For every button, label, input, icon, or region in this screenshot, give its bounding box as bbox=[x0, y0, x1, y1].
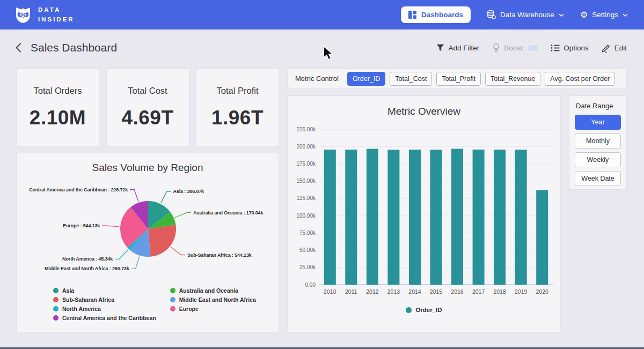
legend-label: Asia bbox=[62, 287, 74, 294]
kpi-value: 1.96T bbox=[211, 107, 264, 129]
x-category-label: 2012 bbox=[366, 288, 379, 295]
bar-legend-item-order-id[interactable]: Order_ID bbox=[406, 307, 442, 313]
y-tick-label: 75.00k bbox=[299, 230, 316, 236]
y-tick-label: 225.00k bbox=[296, 127, 316, 132]
pie-legend-item-asia[interactable]: Asia bbox=[53, 287, 156, 294]
x-category-label: 2019 bbox=[515, 288, 528, 295]
legend-label: Sub-Saharan Africa bbox=[62, 296, 114, 303]
kpi-card-total-orders: Total Orders2.10M bbox=[16, 68, 99, 146]
pie-chart-card: Sales Volume by Region Asia : 306.07kAus… bbox=[16, 153, 279, 332]
pie-legend-item-middle-east-and-north-africa[interactable]: Middle East and North Africa bbox=[170, 296, 256, 303]
options-list-icon bbox=[551, 44, 560, 52]
x-category-label: 2017 bbox=[472, 288, 485, 295]
kpi-label: Total Profit bbox=[217, 86, 259, 96]
bar-legend: Order_ID bbox=[288, 307, 560, 313]
metric-control-label: Metric Control bbox=[295, 75, 339, 83]
bar-chart-card: Metric Overview 0.0025.00k50.00k75.00k10… bbox=[287, 95, 561, 332]
boost-toggle[interactable]: Boost: Off bbox=[492, 43, 538, 52]
date-range-panel: Date Range YearMonthlyWeeklyWeek Date bbox=[569, 95, 627, 190]
metric-chip-total-revenue[interactable]: Total_Revenue bbox=[485, 72, 540, 86]
pie-legend-item-sub-saharan-africa[interactable]: Sub-Saharan Africa bbox=[53, 296, 156, 303]
pie-legend-item-central-america-and-the-caribbean[interactable]: Central America and the Caribbean bbox=[53, 315, 156, 321]
options-button[interactable]: Options bbox=[551, 44, 589, 52]
metric-control-bar: Metric Control Order_IDTotal_CostTotal_P… bbox=[287, 68, 627, 89]
bar-2010[interactable] bbox=[324, 150, 336, 285]
kpi-label: Total Orders bbox=[34, 86, 82, 96]
kpi-value: 4.69T bbox=[121, 107, 173, 129]
add-filter-button[interactable]: Add Filter bbox=[436, 44, 479, 52]
dashboards-grid-icon bbox=[408, 11, 416, 19]
pie-callout-australia-and-oceania: Australia and Oceania : 170.04k bbox=[193, 210, 264, 216]
pie-callout-sub-saharan-africa: Sub-Saharan Africa : 544.13k bbox=[187, 253, 252, 258]
pie-legend-item-north-america[interactable]: North America bbox=[53, 306, 156, 312]
kpi-value: 2.10M bbox=[30, 107, 86, 129]
bar-2016[interactable] bbox=[451, 149, 463, 285]
y-tick-label: 25.00k bbox=[299, 264, 316, 270]
date-range-label: Date Range bbox=[576, 102, 621, 110]
x-category-label: 2011 bbox=[345, 288, 357, 295]
bar-2012[interactable] bbox=[367, 149, 378, 285]
metric-chip-avg-cost-per-order[interactable]: Avg. Cost per Order bbox=[545, 72, 615, 86]
bar-2013[interactable] bbox=[387, 150, 399, 285]
pie-callout-line bbox=[171, 247, 185, 255]
legend-dot-icon bbox=[53, 288, 58, 293]
pie-legend: AsiaSub-Saharan AfricaNorth AmericaCentr… bbox=[53, 287, 279, 321]
x-category-label: 2014 bbox=[408, 288, 421, 295]
back-button[interactable] bbox=[15, 43, 22, 53]
brand-name: DATA INSIDER bbox=[38, 5, 75, 24]
y-tick-label: 0.00 bbox=[305, 282, 316, 288]
pie-legend-item-australia-and-oceania[interactable]: Australia and Oceania bbox=[170, 287, 256, 294]
x-category-label: 2020 bbox=[536, 288, 549, 295]
pie-callout-middle-east-and-north-africa: Middle East and North Africa : 260.73k bbox=[45, 266, 130, 271]
date-range-year[interactable]: Year bbox=[575, 115, 621, 130]
bar-2020[interactable] bbox=[536, 190, 548, 285]
metric-chip-total-profit[interactable]: Total_Profit bbox=[436, 72, 481, 86]
bar-2019[interactable] bbox=[515, 150, 527, 285]
date-range-monthly[interactable]: Monthly bbox=[575, 133, 621, 148]
pie-chart: Asia : 306.07kAustralia and Oceania : 17… bbox=[17, 176, 280, 287]
pie-callout-asia: Asia : 306.07k bbox=[173, 189, 205, 194]
boost-balloon-icon bbox=[492, 43, 500, 52]
date-range-week-date[interactable]: Week Date bbox=[575, 171, 621, 186]
y-tick-label: 50.00k bbox=[299, 247, 316, 253]
x-category-label: 2015 bbox=[430, 288, 443, 295]
pie-callout-north-america: North America : 45.34k bbox=[62, 256, 113, 262]
bar-2015[interactable] bbox=[430, 150, 442, 285]
x-category-label: 2010 bbox=[324, 288, 336, 295]
bar-2018[interactable] bbox=[494, 150, 506, 285]
mouse-cursor bbox=[322, 45, 335, 61]
edit-button[interactable]: Edit bbox=[602, 43, 627, 53]
metric-chip-total-cost[interactable]: Total_Cost bbox=[390, 72, 432, 86]
x-category-label: 2016 bbox=[451, 288, 464, 295]
legend-dot-icon bbox=[53, 315, 58, 321]
x-category-label: 2018 bbox=[493, 288, 506, 295]
legend-label: Australia and Oceania bbox=[179, 287, 238, 294]
pie-slice-sub-saharan-africa[interactable] bbox=[148, 225, 176, 257]
metric-chip-order-id[interactable]: Order_ID bbox=[347, 72, 385, 86]
nav-dashboards-button[interactable]: Dashboards bbox=[401, 6, 471, 23]
chevron-down-icon bbox=[623, 13, 628, 17]
y-tick-label: 175.00k bbox=[296, 161, 316, 167]
pie-callout-line bbox=[115, 250, 128, 259]
brand-logo[interactable]: DATA INSIDER bbox=[14, 5, 75, 24]
bar-2011[interactable] bbox=[345, 150, 357, 285]
bar-chart: 0.0025.00k50.00k75.00k100.00k125.00k150.… bbox=[290, 121, 558, 306]
nav-data-warehouse[interactable]: Data Warehouse bbox=[487, 10, 564, 19]
legend-label: Order_ID bbox=[415, 307, 442, 313]
legend-dot-icon bbox=[170, 288, 175, 293]
owl-logo-icon bbox=[14, 6, 32, 24]
legend-label: North America bbox=[62, 306, 101, 312]
date-range-weekly[interactable]: Weekly bbox=[575, 152, 621, 167]
pie-callout-line bbox=[175, 213, 191, 218]
bar-2014[interactable] bbox=[409, 150, 421, 285]
filter-funnel-icon bbox=[436, 44, 444, 51]
kpi-row: Total Orders2.10MTotal Cost4.69TTotal Pr… bbox=[16, 68, 279, 146]
legend-dot-icon bbox=[53, 297, 58, 302]
kpi-label: Total Cost bbox=[128, 86, 167, 96]
pie-callout-line bbox=[102, 226, 119, 227]
bar-2017[interactable] bbox=[473, 150, 485, 285]
page-title: Sales Dashboard bbox=[31, 41, 117, 54]
legend-dot-icon bbox=[53, 306, 58, 311]
nav-settings[interactable]: ⚙ Settings bbox=[580, 11, 628, 19]
pie-legend-item-europe[interactable]: Europe bbox=[170, 306, 256, 312]
